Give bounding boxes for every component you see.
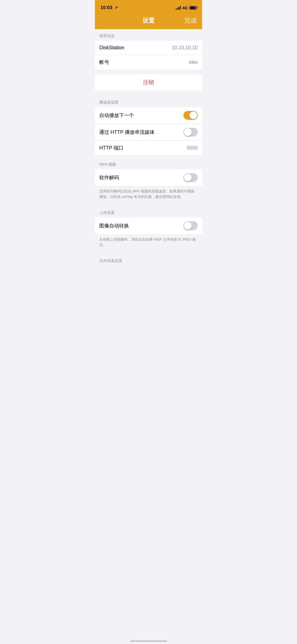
auto-convert-toggle[interactable]	[183, 221, 198, 230]
mp4-video-description: 启用软件解码以优化 MP4 视频的加载速度。如果遇到与视频播放、功耗或 AirP…	[95, 186, 202, 203]
player-settings-header: 播放器设置	[95, 96, 202, 107]
upload-description: 从相册上传图像时，系统会自动将 HEIF 文件转换为 JPEG 格式。	[95, 234, 202, 251]
status-icons: 4G	[176, 6, 197, 10]
file-list-section: 文件列表设置	[95, 254, 202, 266]
http-stream-label: 通过 HTTP 播放串流媒体	[99, 129, 155, 135]
logout-button[interactable]: 注销	[143, 79, 154, 86]
software-decode-toggle[interactable]	[183, 173, 198, 182]
nav-bar: 设置 完成	[95, 14, 202, 29]
logout-section: 注销	[95, 74, 202, 91]
file-list-header: 文件列表设置	[95, 254, 202, 266]
http-port-row[interactable]: HTTP 端口 5000	[95, 141, 202, 155]
done-button[interactable]: 完成	[180, 17, 197, 25]
upload-settings-header: 上传设置	[95, 206, 202, 218]
diskstation-value: 10.10.10.10	[172, 45, 198, 51]
network-label: 4G	[182, 6, 188, 10]
http-stream-row: 通过 HTTP 播放串流媒体	[95, 124, 202, 141]
logout-row[interactable]: 注销	[95, 74, 202, 91]
mp4-video-body: 软件解码	[95, 169, 202, 186]
time-display: 10:03	[100, 5, 112, 10]
status-bar: 10:03 ↗ 4G	[95, 0, 202, 14]
auto-convert-label: 图像自动转换	[99, 222, 129, 229]
software-decode-row: 软件解码	[95, 169, 202, 186]
player-settings-body: 自动播放下一个 通过 HTTP 播放串流媒体 HTTP 端口 5000	[95, 107, 202, 155]
login-info-section: 登录信息 DiskStation 10.10.10.10 帐号 kike	[95, 29, 202, 69]
account-value: kike	[189, 59, 198, 65]
battery-icon	[189, 6, 197, 10]
mp4-video-header: MP4 视频	[95, 158, 202, 169]
auto-play-label: 自动播放下一个	[99, 112, 134, 119]
http-port-value: 5000	[187, 145, 198, 151]
account-row[interactable]: 帐号 kike	[95, 55, 202, 69]
player-settings-section: 播放器设置 自动播放下一个 通过 HTTP 播放串流媒体 HTTP 端口 500…	[95, 96, 202, 155]
login-info-header: 登录信息	[95, 29, 202, 41]
auto-convert-row: 图像自动转换	[95, 218, 202, 234]
page-title: 设置	[117, 17, 180, 25]
auto-play-toggle[interactable]	[183, 111, 198, 120]
mp4-video-section: MP4 视频 软件解码 启用软件解码以优化 MP4 视频的加载速度。如果遇到与视…	[95, 158, 202, 203]
login-info-body: DiskStation 10.10.10.10 帐号 kike	[95, 41, 202, 69]
upload-settings-section: 上传设置 图像自动转换 从相册上传图像时，系统会自动将 HEIF 文件转换为 J…	[95, 206, 202, 251]
account-label: 帐号	[99, 59, 109, 66]
http-stream-toggle[interactable]	[183, 128, 198, 137]
upload-settings-body: 图像自动转换	[95, 218, 202, 234]
diskstation-label: DiskStation	[99, 45, 124, 51]
location-icon: ↗	[114, 6, 118, 10]
status-time: 10:03 ↗	[100, 5, 118, 10]
software-decode-label: 软件解码	[99, 174, 119, 181]
http-port-label: HTTP 端口	[99, 145, 123, 151]
diskstation-row[interactable]: DiskStation 10.10.10.10	[95, 41, 202, 55]
auto-play-row: 自动播放下一个	[95, 107, 202, 124]
signal-icon	[176, 6, 181, 10]
